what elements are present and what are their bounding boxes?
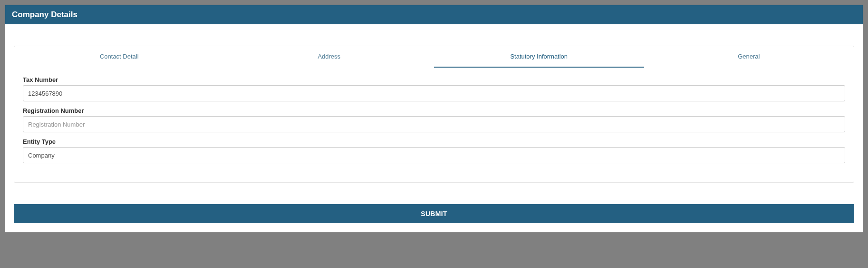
tax-number-group: Tax Number <box>23 76 845 101</box>
tab-general[interactable]: General <box>644 46 854 68</box>
entity-type-select[interactable]: Company <box>23 147 845 163</box>
panel-header: Company Details <box>5 5 863 24</box>
entity-type-group: Entity Type Company <box>23 138 845 163</box>
tabs: Contact Detail Address Statutory Informa… <box>14 46 854 68</box>
panel-body: Contact Detail Address Statutory Informa… <box>5 24 863 232</box>
submit-button[interactable]: SUBMIT <box>14 204 854 223</box>
registration-number-label: Registration Number <box>23 107 845 114</box>
company-details-panel: Company Details Contact Detail Address S… <box>5 5 863 232</box>
panel-title: Company Details <box>12 10 77 19</box>
tax-number-input[interactable] <box>23 85 845 101</box>
tax-number-label: Tax Number <box>23 76 845 83</box>
tab-contact-detail[interactable]: Contact Detail <box>14 46 224 68</box>
registration-number-group: Registration Number <box>23 107 845 132</box>
tabs-container: Contact Detail Address Statutory Informa… <box>14 46 854 183</box>
statutory-form: Tax Number Registration Number Entity Ty… <box>14 68 854 163</box>
tab-statutory-information[interactable]: Statutory Information <box>434 46 644 68</box>
entity-type-label: Entity Type <box>23 138 845 145</box>
tab-address[interactable]: Address <box>224 46 434 68</box>
registration-number-input[interactable] <box>23 116 845 132</box>
